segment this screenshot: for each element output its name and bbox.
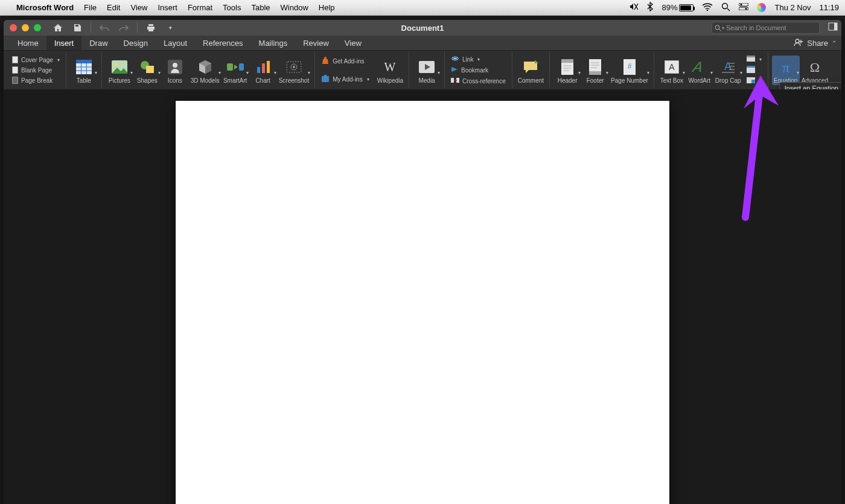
- menu-file[interactable]: File: [84, 3, 97, 12]
- link-button[interactable]: Link ▾: [448, 54, 508, 64]
- svg-rect-48: [751, 80, 755, 83]
- shapes-button[interactable]: ▾ Shapes: [133, 56, 161, 85]
- customize-qat-icon[interactable]: ▾: [164, 22, 176, 34]
- tab-layout[interactable]: Layout: [156, 36, 195, 50]
- cross-reference-icon: [451, 77, 459, 85]
- pictures-button[interactable]: ▾ Pictures: [106, 56, 133, 85]
- chevron-down-icon: ▾: [740, 70, 742, 75]
- screenshot-button[interactable]: ▾ Screenshot: [277, 56, 311, 85]
- menubar-time[interactable]: 11:19: [819, 3, 839, 12]
- task-pane-icon[interactable]: [828, 22, 838, 33]
- wikipedia-button[interactable]: W Wikipedia: [375, 56, 405, 85]
- tab-home[interactable]: Home: [10, 36, 46, 50]
- collapse-ribbon-icon[interactable]: ⌃: [832, 40, 837, 46]
- menubar-date[interactable]: Thu 2 Nov: [774, 3, 811, 12]
- search-dropdown-icon[interactable]: ▾: [722, 25, 724, 31]
- page-break-button[interactable]: Page Break: [10, 75, 62, 85]
- menu-table[interactable]: Table: [251, 3, 270, 12]
- fullscreen-button[interactable]: [34, 24, 41, 31]
- page-number-icon: #: [619, 57, 640, 77]
- redo-icon[interactable]: [118, 22, 130, 34]
- menu-window[interactable]: Window: [281, 3, 308, 12]
- chart-icon: [253, 57, 273, 77]
- spotlight-icon[interactable]: [721, 2, 730, 13]
- svg-rect-46: [747, 66, 755, 68]
- get-addins-button[interactable]: Get Add-ins: [319, 55, 371, 67]
- tab-mailings[interactable]: Mailings: [251, 36, 296, 50]
- equation-button[interactable]: π ▾ Equation: [772, 56, 800, 85]
- menu-format[interactable]: Format: [188, 3, 212, 12]
- bookmark-button[interactable]: Bookmark: [448, 65, 508, 75]
- cross-reference-button[interactable]: Cross-reference: [448, 76, 508, 86]
- tab-review[interactable]: Review: [295, 36, 337, 50]
- svg-rect-44: [747, 56, 755, 57]
- comment-button[interactable]: Comment: [516, 56, 546, 85]
- tab-view[interactable]: View: [337, 36, 369, 50]
- chevron-down-icon: ▾: [477, 57, 480, 62]
- smartart-button[interactable]: ▾ SmartArt: [222, 56, 249, 85]
- wifi-icon[interactable]: [702, 3, 713, 13]
- cover-page-button[interactable]: Cover Page ▾: [10, 55, 62, 65]
- search-input[interactable]: [726, 24, 817, 31]
- quick-parts-button[interactable]: ▾: [744, 54, 764, 64]
- home-icon[interactable]: [52, 22, 64, 34]
- siri-icon[interactable]: [757, 3, 766, 12]
- page-break-label: Page Break: [21, 77, 53, 84]
- drop-cap-label: Drop Cap: [715, 77, 741, 84]
- my-addins-button[interactable]: My Add-ins ▾: [319, 73, 371, 85]
- advanced-symbol-button[interactable]: Ω Advanced: [800, 56, 830, 85]
- bluetooth-icon[interactable]: [647, 2, 653, 13]
- svg-point-25: [293, 66, 295, 68]
- menubar-app-name[interactable]: Microsoft Word: [16, 3, 74, 12]
- menu-tools[interactable]: Tools: [223, 3, 241, 12]
- tab-references[interactable]: References: [195, 36, 250, 50]
- document-canvas[interactable]: [4, 90, 841, 504]
- save-icon[interactable]: [71, 22, 83, 34]
- tab-draw[interactable]: Draw: [81, 36, 115, 50]
- smartart-icon: [225, 57, 246, 77]
- icons-button[interactable]: Icons: [161, 56, 189, 85]
- chevron-down-icon: ▾: [218, 70, 221, 75]
- group-comment: Comment: [512, 52, 550, 88]
- qat-separator-2: [137, 23, 138, 33]
- my-addins-label: My Add-ins: [333, 76, 362, 83]
- chevron-down-icon: ▾: [606, 70, 608, 75]
- share-button[interactable]: Share: [807, 39, 828, 48]
- wikipedia-icon: W: [380, 57, 400, 77]
- date-time-button[interactable]: [744, 65, 764, 75]
- menu-view[interactable]: View: [130, 3, 147, 12]
- group-text: A ▾ Text Box A ▾ WordArt A ▾ Drop Cap: [654, 52, 768, 88]
- tab-design[interactable]: Design: [116, 36, 156, 50]
- wordart-button[interactable]: A ▾ WordArt: [686, 56, 713, 85]
- document-page[interactable]: [176, 101, 669, 504]
- object-button[interactable]: ▾: [744, 76, 764, 86]
- share-icon[interactable]: [794, 38, 803, 48]
- media-button[interactable]: ▾ Media: [413, 56, 441, 85]
- table-button[interactable]: ▾ Table: [70, 56, 98, 85]
- volume-muted-icon[interactable]: [629, 2, 639, 13]
- tab-insert[interactable]: Insert: [46, 36, 82, 50]
- 3d-models-button[interactable]: ▾ 3D Models: [189, 56, 222, 85]
- page-number-button[interactable]: # ▾ Page Number: [609, 56, 650, 85]
- close-button[interactable]: [10, 24, 17, 31]
- search-icon: [715, 25, 721, 31]
- 3d-models-icon: [195, 57, 215, 77]
- minimize-button[interactable]: [22, 24, 29, 31]
- drop-cap-button[interactable]: A ▾ Drop Cap: [713, 56, 743, 85]
- chevron-down-icon: ▾: [274, 70, 276, 75]
- battery-indicator[interactable]: 89%: [662, 3, 694, 12]
- chart-button[interactable]: ▾ Chart: [249, 56, 277, 85]
- search-box[interactable]: ▾: [712, 22, 820, 34]
- blank-page-button[interactable]: Blank Page: [10, 65, 62, 75]
- menu-insert[interactable]: Insert: [158, 3, 177, 12]
- svg-rect-2: [739, 3, 748, 6]
- menu-help[interactable]: Help: [319, 3, 335, 12]
- group-header-footer: ▾ Header ▾ Footer # ▾ Page Number: [550, 52, 654, 88]
- header-button[interactable]: ▾ Header: [553, 56, 581, 85]
- print-icon[interactable]: [145, 22, 157, 34]
- text-box-button[interactable]: A ▾ Text Box: [658, 56, 686, 85]
- undo-icon[interactable]: [98, 22, 110, 34]
- footer-button[interactable]: ▾ Footer: [581, 56, 609, 85]
- control-center-icon[interactable]: [739, 3, 748, 12]
- menu-edit[interactable]: Edit: [107, 3, 120, 12]
